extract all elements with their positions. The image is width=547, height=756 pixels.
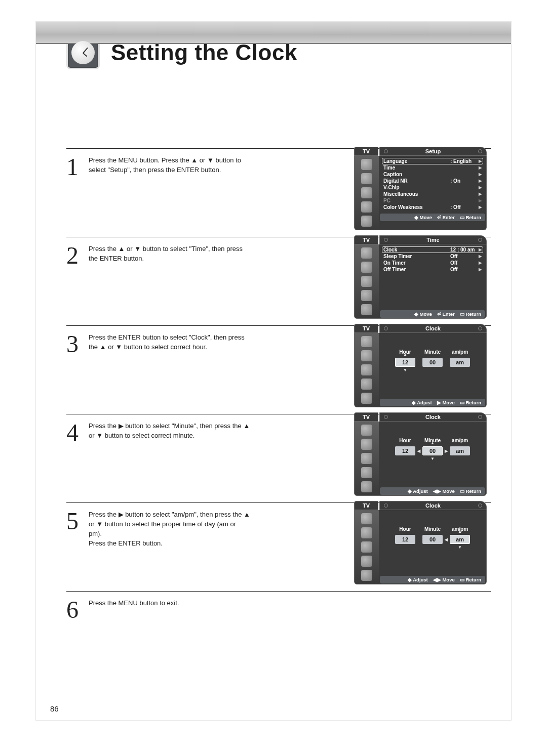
osd-side-icon (361, 247, 372, 259)
step-number: 5 (66, 508, 89, 591)
page-frame: Setting the Clock 1 Press the MENU butto… (35, 21, 512, 721)
osd-side-icon (361, 201, 372, 213)
osd-side-icon (361, 570, 372, 581)
menu-row[interactable]: Clock12 : 00 am▶ (382, 246, 483, 253)
clock-hour-value[interactable]: ▲12▼ (395, 358, 415, 367)
menu-row[interactable]: Color Weakness: Off▶ (382, 204, 483, 211)
osd-title: Setup (379, 147, 487, 156)
step-text: Press the ▶ button to select "am/pm", th… (89, 508, 256, 591)
osd-screenshot: TV Time Clock12 : 00 am▶ (256, 235, 491, 325)
osd-side-icon (361, 159, 372, 170)
osd-side-icon (361, 187, 372, 198)
clock-ampm-value[interactable]: am (450, 358, 470, 367)
menu-row[interactable]: Caption▶ (382, 171, 483, 178)
osd-side-icon (361, 216, 372, 227)
osd-title: Time (379, 235, 487, 244)
menu-row[interactable]: On TimerOff▶ (382, 260, 483, 266)
osd-screenshot: TV Clock (256, 412, 491, 502)
osd-side-icon (361, 467, 372, 478)
osd-side-icon (361, 173, 372, 184)
step-number: 3 (66, 331, 89, 414)
step-number: 1 (66, 154, 89, 237)
osd-screenshot: TV Clock (256, 324, 491, 414)
step-text: Press the ▶ button to select "Minute", t… (89, 419, 256, 502)
step-text: Press the MENU button. Press the ▲ or ▼ … (89, 154, 256, 237)
osd-legend: ◆ Move ⏎ Enter ▭ Return (380, 310, 485, 318)
osd-legend: ◆ Adjust ◀▶ Move ▭ Return (380, 576, 485, 583)
osd-legend: ◆ Adjust ◀▶ Move ▭ Return (380, 487, 485, 495)
steps-container: 1 Press the MENU button. Press the ▲ or … (66, 148, 491, 624)
step-text: Press the MENU button to exit. (89, 597, 256, 624)
step-number: 6 (66, 597, 89, 624)
step: 4 Press the ▶ button to select "Minute",… (66, 416, 491, 502)
osd-side-icon (361, 350, 372, 361)
step-number: 4 (66, 419, 89, 502)
osd-side-icon (361, 364, 372, 375)
osd-screenshot: TV Clock (256, 501, 491, 591)
step-text: Press the ▲ or ▼ button to select "Time"… (89, 242, 256, 325)
osd-screenshot: TV Setup Language: English▶ (256, 147, 491, 237)
menu-row[interactable]: Language: English▶ (382, 158, 483, 164)
osd-side-icon (361, 262, 372, 273)
clock-hour-value[interactable]: 12 (395, 446, 415, 455)
osd-side-icon (361, 439, 372, 450)
menu-row[interactable]: Off TimerOff▶ (382, 266, 483, 273)
step: 6 Press the MENU button to exit. (66, 594, 491, 624)
step: 5 Press the ▶ button to select "am/pm", … (66, 505, 491, 591)
clock-hour-value[interactable]: 12 (395, 535, 415, 544)
step: 2 Press the ▲ or ▼ button to select "Tim… (66, 239, 491, 325)
step: 1 Press the MENU button. Press the ▲ or … (66, 151, 491, 237)
menu-row[interactable]: Sleep TimerOff▶ (382, 253, 483, 260)
menu-row[interactable]: Miscellaneous▶ (382, 191, 483, 197)
osd-tv-label: TV (354, 235, 378, 244)
menu-row: PC▶ (382, 197, 483, 204)
page-number: 86 (50, 704, 59, 713)
osd-title: Clock (379, 324, 487, 333)
osd-side-icon (361, 481, 372, 492)
osd-legend: ◆ Adjust ▶ Move ▭ Return (380, 399, 485, 406)
osd-side-icon (361, 453, 372, 464)
osd-side-icon (361, 336, 372, 347)
clock-minute-value[interactable]: ▲◀00▶▼ (422, 446, 443, 455)
menu-row[interactable]: V-Chip▶ (382, 184, 483, 191)
osd-tv-label: TV (354, 147, 378, 156)
osd-side-icon (361, 513, 372, 524)
clock-minute-value[interactable]: 00 (422, 358, 443, 367)
menu-row[interactable]: Time▶ (382, 164, 483, 171)
clock-ampm-value[interactable]: am (450, 446, 470, 455)
top-chrome-bar (36, 22, 511, 43)
rule (66, 591, 491, 592)
osd-side-icon (361, 379, 372, 390)
osd-side-icon (361, 393, 372, 404)
osd-title: Clock (379, 412, 487, 422)
clock-ampm-value[interactable]: ▲◀am▼ (450, 535, 470, 544)
osd-side-icon (361, 290, 372, 301)
step: 3 Press the ENTER button to select "Cloc… (66, 328, 491, 414)
clock-col-ampm: am/pm (450, 349, 470, 355)
step-number: 2 (66, 242, 89, 325)
osd-tv-label: TV (354, 324, 378, 333)
osd-side-icon (361, 425, 372, 436)
osd-title: Clock (379, 501, 487, 510)
osd-tv-label: TV (354, 501, 378, 510)
menu-row[interactable]: Digital NR: On▶ (382, 178, 483, 184)
osd-side-icon (361, 541, 372, 553)
osd-side-icon (361, 276, 372, 287)
step-text: Press the ENTER button to select "Clock"… (89, 331, 256, 414)
osd-side-icon (361, 527, 372, 538)
clock-minute-value[interactable]: 00 (422, 535, 443, 544)
osd-side-icon (361, 304, 372, 315)
osd-tv-label: TV (354, 412, 378, 422)
clock-col-minute: Minute (422, 349, 443, 355)
osd-side-icon (361, 556, 372, 567)
osd-legend: ◆ Move ⏎ Enter ▭ Return (380, 214, 485, 221)
